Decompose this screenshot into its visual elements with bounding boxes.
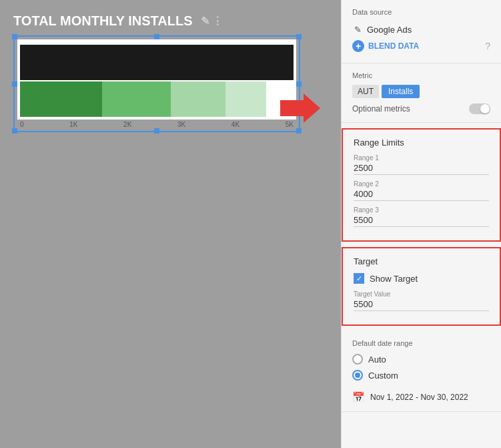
range3-field: Range 3 5500 — [354, 206, 489, 227]
chart-container: TOTAL MONTHLY INSTALLS ✎ ⋮ — [13, 13, 300, 132]
toggle-knob — [480, 104, 490, 114]
bars-area — [17, 39, 296, 120]
resize-handle-br[interactable] — [296, 128, 302, 134]
range1-value[interactable]: 2500 — [354, 163, 489, 175]
resize-handle-ml[interactable] — [12, 81, 17, 87]
default-date-range-label: Default date range — [352, 339, 490, 347]
date-range-text: Nov 1, 2022 - Nov 30, 2022 — [370, 393, 468, 402]
separator-2 — [342, 242, 501, 247]
range3-label: Range 3 — [354, 206, 489, 214]
optional-metrics-label: Optional metrics — [352, 104, 410, 114]
svg-marker-0 — [280, 93, 320, 123]
custom-radio[interactable] — [352, 370, 363, 381]
target-value-display[interactable]: 5500 — [354, 299, 489, 311]
show-target-row: ✓ Show Target — [354, 273, 489, 284]
blend-data-row[interactable]: + BLEND DATA ? — [352, 37, 490, 55]
target-section: Target ✓ Show Target Target Value 5500 — [342, 247, 501, 326]
range2-field: Range 2 4000 — [354, 180, 489, 201]
bar-row-2 — [20, 81, 294, 117]
auto-label: Auto — [368, 355, 386, 365]
resize-handle-tl[interactable] — [12, 34, 17, 39]
data-source-label: Data source — [352, 8, 490, 16]
datasource-row: ✎ Google Ads — [352, 21, 490, 37]
x-axis-0: 0 — [20, 121, 24, 128]
chart-title-bar: TOTAL MONTHLY INSTALLS ✎ ⋮ — [13, 13, 300, 29]
range1-label: Range 1 — [354, 154, 489, 162]
calendar-icon[interactable]: 📅 — [352, 391, 365, 403]
date-row: 📅 Nov 1, 2022 - Nov 30, 2022 — [352, 386, 490, 403]
more-options-icon[interactable]: ⋮ — [212, 15, 223, 27]
x-axis: 0 1K 2K 3K 4K 5K — [17, 120, 296, 128]
metric-installs[interactable]: Installs — [382, 85, 420, 98]
auto-radio[interactable] — [352, 354, 363, 365]
radio-inner — [355, 373, 360, 378]
separator-3 — [342, 326, 501, 331]
bar-chart — [17, 39, 296, 120]
right-panel: Data source ✎ Google Ads + BLEND DATA ? … — [341, 0, 501, 448]
metric-row: AUT Installs — [352, 85, 490, 98]
target-label: Target — [354, 256, 489, 266]
google-ads-text: Google Ads — [367, 25, 412, 35]
chart-title: TOTAL MONTHLY INSTALLS — [13, 13, 193, 29]
date-section: Default date range Auto Custom 📅 Nov 1, … — [342, 331, 501, 412]
range3-value[interactable]: 5500 — [354, 215, 489, 227]
optional-metrics-toggle[interactable] — [469, 103, 490, 114]
arrow-icon — [280, 93, 320, 123]
blend-data-text: BLEND DATA — [368, 41, 419, 51]
range-limits-section: Range Limits Range 1 2500 Range 2 4000 R… — [342, 128, 501, 242]
show-target-text: Show Target — [370, 274, 418, 284]
chart-title-icons: ✎ ⋮ — [201, 15, 223, 27]
x-axis-3k: 3K — [177, 121, 185, 128]
range2-value[interactable]: 4000 — [354, 189, 489, 201]
range2-label: Range 2 — [354, 180, 489, 188]
x-axis-4k: 4K — [231, 121, 239, 128]
resize-handle-bl[interactable] — [12, 128, 17, 134]
metric-section: Metric AUT Installs Optional metrics — [342, 63, 501, 123]
optional-metrics-row: Optional metrics — [352, 103, 490, 114]
target-value-field: Target Value 5500 — [354, 290, 489, 311]
bar-row-1 — [20, 45, 294, 80]
resize-handle-mr[interactable] — [296, 81, 302, 87]
pencil-icon: ✎ — [352, 24, 363, 35]
separator-1 — [342, 123, 501, 128]
resize-handle-tm[interactable] — [154, 34, 159, 39]
data-source-section: Data source ✎ Google Ads + BLEND DATA ? — [342, 0, 501, 63]
help-icon: ? — [485, 41, 490, 51]
resize-handle-bm[interactable] — [154, 128, 159, 134]
left-panel: TOTAL MONTHLY INSTALLS ✎ ⋮ — [0, 0, 341, 448]
show-target-checkbox[interactable]: ✓ — [354, 273, 364, 284]
custom-radio-row[interactable]: Custom — [352, 370, 490, 381]
resize-handle-tr[interactable] — [296, 34, 302, 39]
x-axis-2k: 2K — [123, 121, 131, 128]
target-value-label-text: Target Value — [354, 290, 489, 298]
metric-label: Metric — [352, 71, 490, 79]
range1-field: Range 1 2500 — [354, 154, 489, 175]
edit-icon[interactable]: ✎ — [201, 15, 209, 27]
auto-radio-row[interactable]: Auto — [352, 354, 490, 365]
chart-wrapper: 0 1K 2K 3K 4K 5K — [13, 35, 300, 132]
blend-plus-icon: + — [352, 40, 364, 52]
x-axis-1k: 1K — [69, 121, 77, 128]
range-limits-label: Range Limits — [354, 138, 489, 148]
metric-tag[interactable]: AUT — [352, 85, 379, 98]
custom-label: Custom — [368, 371, 398, 381]
